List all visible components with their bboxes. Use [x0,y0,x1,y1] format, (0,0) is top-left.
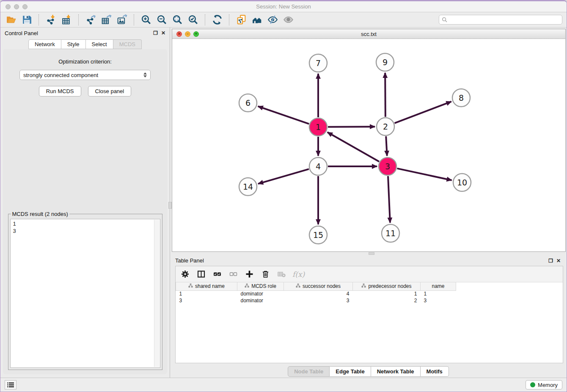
hide-details-icon[interactable] [266,14,279,26]
edge-1-6[interactable] [258,106,309,124]
table-cell[interactable]: 3 [421,297,456,304]
tab-style[interactable]: Style [61,39,86,49]
edge-2-8[interactable] [395,102,451,123]
list-icon [7,382,14,388]
toolbar-separator [39,14,39,25]
tab-motifs[interactable]: Motifs [421,366,449,377]
edge-3-1[interactable] [328,132,379,161]
table-cell[interactable]: 4 [284,290,353,297]
tab-edge-table[interactable]: Edge Table [330,366,371,377]
toolbar-separator [78,14,79,25]
memory-button[interactable]: Memory [526,380,562,389]
control-panel-title: Control Panel [5,30,38,36]
select-all-icon[interactable] [212,269,222,279]
edge-2-9[interactable] [385,73,385,117]
show-details-icon [282,14,295,26]
table-cell[interactable]: 2 [353,297,421,304]
panel-divider-grip[interactable] [168,202,172,209]
optimization-criterion-select[interactable]: strongly connected component [19,70,151,80]
titlebar: Session: New Session [0,1,567,12]
column-label: successor nodes [303,283,341,289]
splitter-grip[interactable] [369,252,374,255]
table-row[interactable]: 3dominator323 [176,297,456,304]
column-tree-icon [188,283,193,289]
search-input[interactable] [449,17,559,23]
run-mcds-button[interactable]: Run MCDS [39,86,81,97]
node-label-14: 14 [243,182,253,191]
column-header-MCDS-role[interactable]: MCDS role [237,282,284,290]
node-label-6: 6 [245,98,250,108]
status-bar: Memory [0,378,567,392]
table-cell[interactable]: 1 [353,290,421,297]
edge-3-11[interactable] [388,176,390,223]
mcds-result-fieldset: MCDS result (2 nodes) 1 3 [8,211,162,370]
table-row[interactable]: 1dominator411 [176,290,456,297]
edge-2-3[interactable] [386,136,387,156]
column-layout-icon[interactable] [196,269,206,279]
deselect-all-icon[interactable] [228,269,238,279]
task-history-button[interactable] [5,380,17,389]
table-cell[interactable]: 3 [176,297,237,304]
edge-1-2[interactable] [328,127,375,127]
table-cell[interactable]: 3 [284,297,353,304]
tab-select[interactable]: Select [86,39,113,49]
tab-mcds[interactable]: MCDS [113,39,142,49]
node-table[interactable]: shared nameMCDS rolesuccessor nodesprede… [176,282,563,363]
selected-option: strongly connected component [23,72,98,78]
node-label-8: 8 [459,93,464,102]
table-cell[interactable]: dominator [237,290,284,297]
mcds-panel: Optimization criterion: strongly connect… [3,49,167,374]
column-label: shared name [195,283,225,289]
table-panel: Table Panel ❒ ✕ [170,255,567,378]
import-network-from-file-icon[interactable] [44,14,57,26]
add-row-icon[interactable] [244,269,254,279]
edge-3-10[interactable] [397,168,451,180]
duplicate-network-icon[interactable] [235,14,248,26]
export-table-icon[interactable] [100,14,113,26]
table-cell[interactable]: 1 [176,290,237,297]
open-session-icon[interactable] [5,14,17,26]
network-graph: 7968124314101511 [172,39,565,251]
memory-label: Memory [538,382,558,388]
column-header-shared-name[interactable]: shared name [176,282,237,290]
zoom-fit-icon[interactable] [171,14,184,26]
table-panel-title: Table Panel [175,257,204,264]
delete-row-icon[interactable] [260,269,270,279]
export-network-icon[interactable] [84,14,97,26]
import-table-from-file-icon[interactable] [60,14,73,26]
column-header-predecessor-nodes[interactable]: predecessor nodes [353,282,421,290]
close-panel-icon[interactable]: ✕ [161,30,165,36]
export-image-icon[interactable] [116,14,128,26]
float-panel-icon[interactable]: ❒ [153,30,158,36]
edge-4-14[interactable] [258,169,309,184]
float-table-panel-icon[interactable]: ❒ [548,258,553,263]
network-window-titlebar[interactable]: ✕ − + scc.txt [172,29,565,39]
zoom-selected-icon[interactable] [187,14,199,26]
control-panel: Control Panel ❒ ✕ NetworkStyleSelectMCDS… [0,28,170,378]
zoom-out-icon[interactable] [155,14,168,26]
tab-node-table[interactable]: Node Table [288,366,330,377]
tab-network-table[interactable]: Network Table [371,366,421,377]
column-tree-icon [296,283,300,289]
network-canvas[interactable]: 7968124314101511 [172,39,565,251]
node-label-7: 7 [316,58,321,68]
column-tree-icon [361,283,366,289]
zoom-in-icon[interactable] [140,14,152,26]
application-window: Session: New Session [0,0,567,392]
result-scrollbar[interactable] [154,220,160,367]
apply-layout-icon[interactable] [211,14,223,26]
column-header-name[interactable]: name [421,282,456,290]
close-table-panel-icon[interactable]: ✕ [556,258,561,263]
mcds-result-text[interactable]: 1 3 [10,219,160,368]
table-cell[interactable]: 1 [421,290,456,297]
column-header-successor-nodes[interactable]: successor nodes [284,282,353,290]
first-neighbors-icon[interactable] [250,14,263,26]
settings-icon[interactable] [180,269,190,279]
search-box[interactable] [439,15,562,25]
tab-network[interactable]: Network [28,39,61,49]
save-session-icon[interactable] [20,14,33,26]
horizontal-splitter[interactable] [170,252,567,255]
table-cell[interactable]: dominator [237,297,284,304]
close-panel-button[interactable]: Close panel [88,86,132,97]
node-label-11: 11 [385,229,396,238]
